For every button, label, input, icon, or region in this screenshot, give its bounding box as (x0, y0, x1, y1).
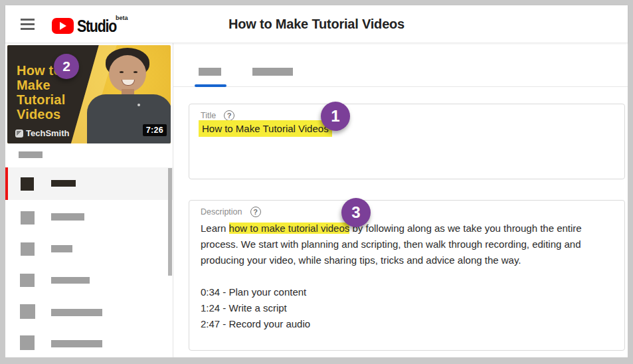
sidebar-item[interactable] (5, 233, 173, 264)
redacted-label (51, 180, 76, 187)
timestamp-line: 2:47 - Record your audio (201, 316, 608, 332)
description-label: Description (201, 207, 242, 217)
presenter-eye (134, 71, 137, 73)
techsmith-logo-icon (15, 130, 23, 137)
timestamp-line: 0:34 - Plan your content (201, 284, 608, 300)
sidebar-divider (173, 43, 173, 357)
tab-advanced[interactable] (252, 68, 293, 76)
description-text-pre: Learn (201, 223, 229, 234)
sidebar-back-link[interactable] (5, 147, 173, 163)
sidebar-item-icon (20, 304, 35, 319)
top-header-bar: Studio beta How to Make Tutorial Videos (5, 5, 628, 43)
sidebar-item[interactable] (5, 296, 173, 327)
highlighted-title-text: How to Make Tutorial Videos (199, 120, 332, 137)
active-tab-underline (195, 84, 226, 87)
sidebar-item[interactable] (5, 202, 173, 233)
annotation-badge-2: 2 (54, 54, 79, 79)
title-label: Title (201, 111, 216, 120)
selected-indicator (5, 167, 8, 200)
sidebar-item[interactable] (5, 327, 173, 357)
sidebar-item-icon (20, 335, 35, 350)
sidebar-item-icon (21, 242, 35, 256)
redacted-label (51, 277, 90, 284)
lapel-mic-icon (137, 104, 140, 106)
description-field-header: Description ? (201, 207, 261, 217)
description-input[interactable]: Learn how to make tutorial videos by fol… (201, 221, 608, 332)
annotation-badge-3: 3 (341, 198, 371, 227)
page-title: How to Make Tutorial Videos (5, 17, 628, 32)
thumbnail-title-line: Tutorial (17, 92, 65, 107)
help-icon[interactable]: ? (224, 110, 234, 121)
video-thumbnail[interactable]: How to Make Tutorial Videos TechSmith 7:… (7, 45, 171, 143)
thumbnail-title-line: Make (17, 78, 65, 92)
blank-line (201, 268, 608, 284)
title-input[interactable]: How to Make Tutorial Videos (199, 123, 332, 134)
presenter-face (109, 55, 146, 92)
youtube-studio-window: Studio beta How to Make Tutorial Videos … (0, 0, 633, 364)
redacted-label (51, 245, 72, 252)
thumbnail-title-line: Videos (17, 107, 65, 122)
title-field[interactable]: Title ? How to Make Tutorial Videos (189, 104, 625, 179)
sidebar-item[interactable] (5, 264, 173, 296)
sidebar-item-icon (21, 211, 35, 225)
annotation-badge-1: 1 (321, 102, 350, 131)
redacted-label (51, 213, 84, 221)
watermark-label: TechSmith (26, 128, 70, 138)
timestamp-line: 1:24 - Write a script (201, 300, 608, 316)
redacted-label (19, 151, 43, 158)
help-icon[interactable]: ? (250, 207, 261, 217)
highlighted-keyword-text: how to make tutorial videos (229, 223, 350, 234)
description-field[interactable]: Description ? Learn how to make tutorial… (189, 200, 625, 351)
duration-badge: 7:26 (143, 124, 167, 136)
redacted-label (51, 309, 102, 316)
sidebar-item-icon (20, 274, 35, 287)
presenter-eye (120, 71, 124, 73)
redacted-label (51, 340, 102, 347)
tabs-bottom-border (173, 86, 628, 87)
title-field-header: Title ? (201, 110, 234, 121)
sidebar-item-selected[interactable] (5, 167, 173, 200)
tab-basic[interactable] (199, 68, 221, 76)
techsmith-watermark: TechSmith (15, 128, 70, 138)
sidebar-item-icon (21, 177, 34, 191)
sidebar-scrollbar-thumb[interactable] (168, 168, 172, 276)
